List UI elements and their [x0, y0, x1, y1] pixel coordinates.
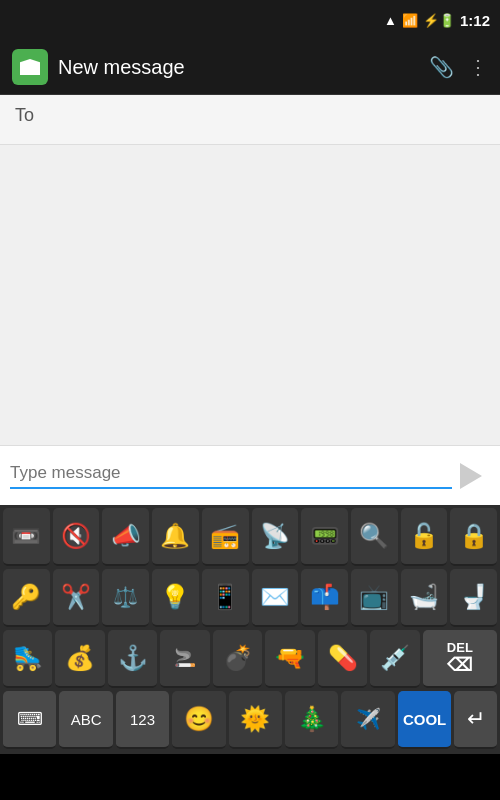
tree-key[interactable]: 🎄 [285, 691, 338, 749]
page-title: New message [58, 56, 429, 79]
message-input[interactable] [10, 463, 452, 489]
key-mute[interactable]: 🔇 [53, 508, 100, 566]
key-skate[interactable]: 🛼 [3, 630, 52, 688]
app-logo-inner [20, 59, 40, 75]
key-satellite[interactable]: 📡 [252, 508, 299, 566]
key-bath[interactable]: 🛁 [401, 569, 448, 627]
key-syringe[interactable]: 💉 [370, 630, 419, 688]
key-pager[interactable]: 📟 [301, 508, 348, 566]
sun-key[interactable]: 🌞 [229, 691, 282, 749]
key-mobile[interactable]: 📱 [202, 569, 249, 627]
key-mailbox[interactable]: 📫 [301, 569, 348, 627]
key-scissors[interactable]: ✂️ [53, 569, 100, 627]
key-lock[interactable]: 🔒 [450, 508, 497, 566]
key-unlock[interactable]: 🔓 [401, 508, 448, 566]
smiley-key[interactable]: 😊 [172, 691, 225, 749]
keyboard-row-1: 📼 🔇 📣 🔔 📻 📡 📟 🔍 🔓 🔒 [0, 505, 500, 566]
key-magnifier[interactable]: 🔍 [351, 508, 398, 566]
key-bomb[interactable]: 💣 [213, 630, 262, 688]
key-key[interactable]: 🔑 [3, 569, 50, 627]
keyboard-row-2: 🔑 ✂️ ⚖️ 💡 📱 ✉️ 📫 📺 🛁 🚽 [0, 566, 500, 627]
key-gun[interactable]: 🔫 [265, 630, 314, 688]
key-cigarette[interactable]: 🚬 [160, 630, 209, 688]
key-moneybag[interactable]: 💰 [55, 630, 104, 688]
num-label: 123 [130, 711, 155, 728]
send-arrow-icon [460, 463, 482, 489]
title-actions: 📎 ⋮ [429, 55, 488, 79]
key-loudspeaker[interactable]: 📣 [102, 508, 149, 566]
delete-key[interactable]: DEL ⌫ [423, 630, 497, 688]
key-pill[interactable]: 💊 [318, 630, 367, 688]
num-key[interactable]: 123 [116, 691, 169, 749]
title-bar: New message 📎 ⋮ [0, 40, 500, 95]
keyboard-icon: ⌨ [17, 708, 43, 730]
key-videocassette[interactable]: 📼 [3, 508, 50, 566]
send-button[interactable] [452, 457, 490, 495]
wifi-icon: ▲ [384, 13, 397, 28]
abc-label: ABC [71, 711, 102, 728]
to-label: To [15, 105, 34, 125]
plane-key[interactable]: ✈️ [341, 691, 394, 749]
cool-label: COOL [403, 711, 446, 728]
key-anchor[interactable]: ⚓ [108, 630, 157, 688]
status-bar: ▲ 📶 ⚡🔋 1:12 [0, 0, 500, 40]
menu-icon[interactable]: ⋮ [468, 55, 488, 79]
keyboard-row-3: 🛼 💰 ⚓ 🚬 💣 🔫 💊 💉 DEL ⌫ [0, 627, 500, 688]
to-field-container[interactable]: To [0, 95, 500, 145]
app-logo [12, 49, 48, 85]
battery-icon: ⚡🔋 [423, 13, 455, 28]
keyboard-switch-key[interactable]: ⌨ [3, 691, 56, 749]
key-toilet[interactable]: 🚽 [450, 569, 497, 627]
enter-key[interactable]: ↵ [454, 691, 497, 749]
key-letter[interactable]: ✉️ [252, 569, 299, 627]
abc-key[interactable]: ABC [59, 691, 112, 749]
key-radio[interactable]: 📻 [202, 508, 249, 566]
key-bulb[interactable]: 💡 [152, 569, 199, 627]
type-bar[interactable] [0, 445, 500, 505]
enter-icon: ↵ [467, 706, 485, 732]
attachment-icon[interactable]: 📎 [429, 55, 454, 79]
signal-icon: 📶 [402, 13, 418, 28]
status-time: 1:12 [460, 12, 490, 29]
keyboard: 📼 🔇 📣 🔔 📻 📡 📟 🔍 🔓 🔒 🔑 ✂️ ⚖️ 💡 📱 ✉️ 📫 📺 🛁… [0, 505, 500, 754]
keyboard-bottom-row: ⌨ ABC 123 😊 🌞 🎄 ✈️ COOL ↵ [0, 688, 500, 754]
message-body [0, 145, 500, 445]
cool-key[interactable]: COOL [398, 691, 451, 749]
key-bell[interactable]: 🔔 [152, 508, 199, 566]
key-tv[interactable]: 📺 [351, 569, 398, 627]
key-scales[interactable]: ⚖️ [102, 569, 149, 627]
